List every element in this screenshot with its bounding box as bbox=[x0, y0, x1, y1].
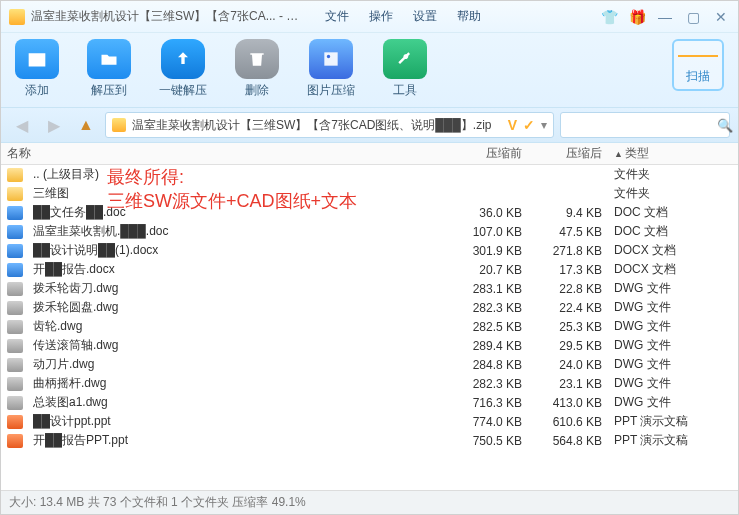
size-after: 25.3 KB bbox=[528, 320, 608, 334]
file-type: DWG 文件 bbox=[608, 375, 738, 392]
size-after: 47.5 KB bbox=[528, 225, 608, 239]
search-input[interactable] bbox=[567, 118, 717, 132]
table-row[interactable]: .. (上级目录)文件夹 bbox=[1, 165, 738, 184]
table-row[interactable]: 温室韭菜收割机.███.doc107.0 KB47.5 KBDOC 文档 bbox=[1, 222, 738, 241]
size-before: 301.9 KB bbox=[448, 244, 528, 258]
file-type: DOCX 文档 bbox=[608, 242, 738, 259]
file-name: ██设计ppt.ppt bbox=[27, 413, 448, 430]
col-before[interactable]: 压缩前 bbox=[448, 145, 528, 162]
table-row[interactable]: ██设计ppt.ppt774.0 KB610.6 KBPPT 演示文稿 bbox=[1, 412, 738, 431]
size-before: 282.5 KB bbox=[448, 320, 528, 334]
menu-operate[interactable]: 操作 bbox=[369, 8, 393, 25]
skin-icon[interactable]: 👕 bbox=[600, 9, 618, 25]
file-name: ██设计说明██(1).docx bbox=[27, 242, 448, 259]
dwg-icon bbox=[7, 282, 23, 296]
app-icon bbox=[9, 9, 25, 25]
file-name: 拨禾轮圆盘.dwg bbox=[27, 299, 448, 316]
window-buttons: 👕 🎁 — ▢ ✕ bbox=[600, 9, 730, 25]
breadcrumb-text: 温室韭菜收割机设计【三维SW】【含7张CAD图纸、说明███】.zip bbox=[132, 117, 502, 134]
size-before: 284.8 KB bbox=[448, 358, 528, 372]
file-name: 传送滚筒轴.dwg bbox=[27, 337, 448, 354]
file-type: DWG 文件 bbox=[608, 337, 738, 354]
file-type: DWG 文件 bbox=[608, 356, 738, 373]
dwg-icon bbox=[7, 339, 23, 353]
dwg-icon bbox=[7, 358, 23, 372]
close-button[interactable]: ✕ bbox=[712, 9, 730, 25]
table-row[interactable]: ██设计说明██(1).docx301.9 KB271.8 KBDOCX 文档 bbox=[1, 241, 738, 260]
dwg-icon bbox=[7, 301, 23, 315]
size-after: 9.4 KB bbox=[528, 206, 608, 220]
menu-file[interactable]: 文件 bbox=[325, 8, 349, 25]
table-row[interactable]: 曲柄摇杆.dwg282.3 KB23.1 KBDWG 文件 bbox=[1, 374, 738, 393]
table-row[interactable]: 拨禾轮圆盘.dwg282.3 KB22.4 KBDWG 文件 bbox=[1, 298, 738, 317]
extract-to-button[interactable]: 解压到 bbox=[87, 39, 131, 99]
file-name: 三维图 bbox=[27, 185, 448, 202]
menu-bar: 文件 操作 设置 帮助 bbox=[325, 8, 481, 25]
maximize-button[interactable]: ▢ bbox=[684, 9, 702, 25]
one-click-extract-button[interactable]: 一键解压 bbox=[159, 39, 207, 99]
size-before: 289.4 KB bbox=[448, 339, 528, 353]
file-name: .. (上级目录) bbox=[27, 166, 448, 183]
file-type: PPT 演示文稿 bbox=[608, 413, 738, 430]
search-icon[interactable]: 🔍 bbox=[717, 118, 733, 133]
table-row[interactable]: 齿轮.dwg282.5 KB25.3 KBDWG 文件 bbox=[1, 317, 738, 336]
table-row[interactable]: 开██报告.docx20.7 KB17.3 KBDOCX 文档 bbox=[1, 260, 738, 279]
add-button[interactable]: 添加 bbox=[15, 39, 59, 99]
size-before: 774.0 KB bbox=[448, 415, 528, 429]
doc-icon bbox=[7, 206, 23, 220]
breadcrumb[interactable]: 温室韭菜收割机设计【三维SW】【含7张CAD图纸、说明███】.zip V ✓ … bbox=[105, 112, 554, 138]
chevron-down-icon[interactable]: ▾ bbox=[541, 118, 547, 132]
size-before: 282.3 KB bbox=[448, 377, 528, 391]
extract-icon bbox=[161, 39, 205, 79]
window-title: 温室韭菜收割机设计【三维SW】【含7张CA... - 360压缩 bbox=[31, 8, 301, 25]
file-name: 齿轮.dwg bbox=[27, 318, 448, 335]
file-name: 总装图a1.dwg bbox=[27, 394, 448, 411]
file-type: DWG 文件 bbox=[608, 318, 738, 335]
file-type: PPT 演示文稿 bbox=[608, 432, 738, 449]
path-bar: ◀ ▶ ▲ 温室韭菜收割机设计【三维SW】【含7张CAD图纸、说明███】.zi… bbox=[1, 108, 738, 143]
delete-button[interactable]: 删除 bbox=[235, 39, 279, 99]
col-after[interactable]: 压缩后 bbox=[528, 145, 608, 162]
nav-back-button: ◀ bbox=[9, 112, 35, 138]
table-row[interactable]: 拨禾轮齿刀.dwg283.1 KB22.8 KBDWG 文件 bbox=[1, 279, 738, 298]
image-icon bbox=[309, 39, 353, 79]
table-row[interactable]: 三维图文件夹 bbox=[1, 184, 738, 203]
table-row[interactable]: 开██报告PPT.ppt750.5 KB564.8 KBPPT 演示文稿 bbox=[1, 431, 738, 450]
doc-icon bbox=[7, 225, 23, 239]
size-before: 282.3 KB bbox=[448, 301, 528, 315]
size-after: 413.0 KB bbox=[528, 396, 608, 410]
table-row[interactable]: 总装图a1.dwg716.3 KB413.0 KBDWG 文件 bbox=[1, 393, 738, 412]
scan-button[interactable]: 扫描 bbox=[672, 39, 724, 91]
col-type[interactable]: 类型 bbox=[608, 145, 738, 162]
menu-help[interactable]: 帮助 bbox=[457, 8, 481, 25]
doc-icon bbox=[7, 263, 23, 277]
size-before: 716.3 KB bbox=[448, 396, 528, 410]
size-after: 22.8 KB bbox=[528, 282, 608, 296]
table-row[interactable]: ██文任务██.doc36.0 KB9.4 KBDOC 文档 bbox=[1, 203, 738, 222]
status-bar: 大小: 13.4 MB 共 73 个文件和 1 个文件夹 压缩率 49.1% bbox=[1, 490, 738, 514]
image-compress-button[interactable]: 图片压缩 bbox=[307, 39, 355, 99]
menu-settings[interactable]: 设置 bbox=[413, 8, 437, 25]
check-icon: ✓ bbox=[523, 117, 535, 133]
table-row[interactable]: 传送滚筒轴.dwg289.4 KB29.5 KBDWG 文件 bbox=[1, 336, 738, 355]
file-type: DOC 文档 bbox=[608, 223, 738, 240]
file-name: 动刀片.dwg bbox=[27, 356, 448, 373]
nav-up-button[interactable]: ▲ bbox=[73, 112, 99, 138]
minimize-button[interactable]: — bbox=[656, 9, 674, 25]
table-row[interactable]: 动刀片.dwg284.8 KB24.0 KBDWG 文件 bbox=[1, 355, 738, 374]
file-name: 曲柄摇杆.dwg bbox=[27, 375, 448, 392]
size-after: 271.8 KB bbox=[528, 244, 608, 258]
file-type: DWG 文件 bbox=[608, 394, 738, 411]
search-box[interactable]: 🔍 bbox=[560, 112, 730, 138]
scan-label: 扫描 bbox=[686, 68, 710, 85]
col-name[interactable]: 名称 bbox=[1, 145, 448, 162]
tools-button[interactable]: 工具 bbox=[383, 39, 427, 99]
svg-point-1 bbox=[327, 55, 330, 58]
size-before: 750.5 KB bbox=[448, 434, 528, 448]
ppt-icon bbox=[7, 434, 23, 448]
size-before: 20.7 KB bbox=[448, 263, 528, 277]
gift-icon[interactable]: 🎁 bbox=[628, 9, 646, 25]
column-headers: 名称 压缩前 压缩后 类型 bbox=[1, 143, 738, 165]
size-after: 17.3 KB bbox=[528, 263, 608, 277]
size-after: 610.6 KB bbox=[528, 415, 608, 429]
